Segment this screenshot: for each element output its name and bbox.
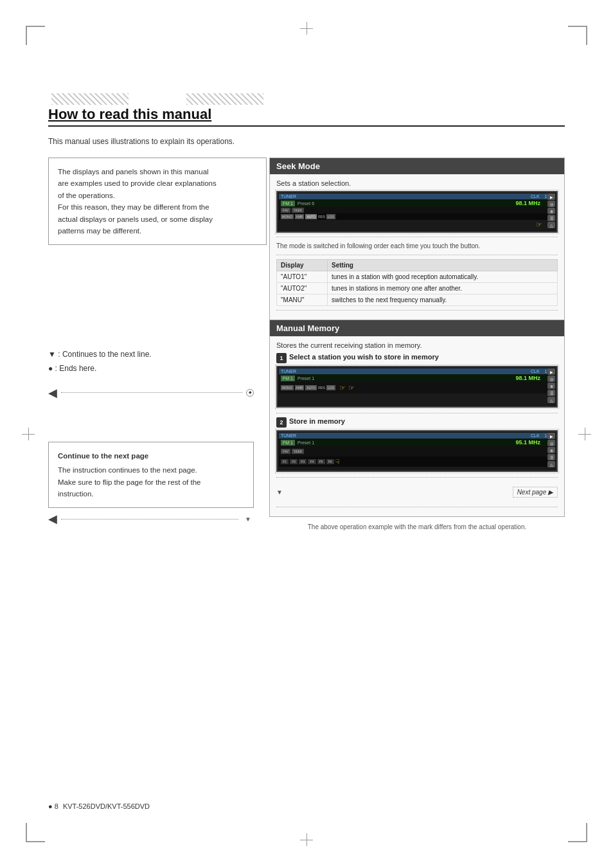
main-content: How to read this manual This manual uses… [48,106,565,530]
touch1-icon: ☞ [339,384,346,392]
page-number-area: ● 8 KVT-526DVD/KVT-556DVD [48,802,150,810]
s2-p6: P6 [326,459,334,464]
cross-left [22,428,35,440]
touch2-icon: ☞ [348,384,355,392]
icon-4: ☰ [547,215,555,221]
ctrl-btn-fav: FAV [281,208,290,213]
ctrl-btn-seek: SEEK [292,208,304,213]
s1-icon-5: △ [547,397,555,403]
next-page-row: ▼ Next page ▶ [276,482,558,503]
s1-auto: AUTO [305,385,317,390]
table-header-display: Display [277,260,328,271]
cross-right [578,428,591,440]
crop-mark-tl [26,26,45,45]
step1-freq-row: FM 1 Preset 1 98.1 MHz [279,374,555,382]
ctrl-mono: MONO [281,214,294,219]
s2-icon-3: ⊕ [547,447,555,453]
bullet-1-text: ▼ : Continues to the next line. [48,348,152,362]
right-column: Seek Mode Sets a station selection. TUNE… [269,158,565,530]
ctrl-los: LOS [326,214,335,219]
step2-seek: SEEK [292,449,304,454]
ctrl-amb: AMB [295,214,305,219]
s1-icon-1: ▶ [547,368,555,375]
step2-fav: FAV [281,449,290,454]
crop-mark-tr [568,26,587,45]
step2-tuner-label: TUNER [281,433,296,438]
side-icons-seek: ▶ ◎ ⊕ ☰ △ [547,194,555,228]
s1-icon-2: ◎ [547,375,555,382]
manual-memory-body: Stores the current receiving station in … [270,336,564,516]
continue-box: Continue to the next page The instructio… [48,442,254,509]
s2-p1: P1 [281,459,289,464]
icon-1: ▶ [547,194,555,200]
step1-preset: Preset 1 [298,376,314,381]
table-cell-auto2-desc: tunes in stations in memory one after an… [328,283,558,294]
step1-side-icons: ▶ ◎ ⊕ ☰ △ [547,368,555,403]
bottom-note: The above operation example with the mar… [269,523,565,530]
step1-band: FM 1 [281,375,295,381]
down-arrow-indicator: ▼ [242,514,254,524]
switched-text: The mode is switched in following order … [276,241,558,251]
separator-5 [276,477,558,478]
step2-screen-container: TUNER CLK 1:21 FM 1 Preset 1 95.1 MHz [276,430,558,472]
s1-rds: RDS [318,386,325,390]
connector-circle: ◆ [246,389,254,397]
s2-icon-1: ▶ [547,433,555,439]
instruction-panel: Seek Mode Sets a station selection. TUNE… [269,158,565,517]
page-circle-icon: ● [48,802,53,810]
step1-tuner-label: TUNER [281,369,296,374]
seek-screen-container: TUNER CLK 1:21 FM 1 Preset 6 98.1 MHz [276,191,558,233]
step1-screen: TUNER CLK 1:21 FM 1 Preset 1 98.1 MHz [276,366,558,408]
info-line2: are examples used to provide clear expla… [58,179,217,187]
continue-left-arrow-icon: ◀ [48,512,57,526]
s2-p2: P2 [290,459,298,464]
step2-freq: 95.1 MHz [515,439,540,446]
table-cell-auto1-desc: tunes in a station with good reception a… [328,271,558,283]
s2-p4: P4 [308,459,315,464]
step2-side-icons: ▶ ◎ ⊕ ☰ △ [547,433,555,467]
separator-4 [276,413,558,413]
step1-controls: MONO AMB AUTO RDS LOS ☞ ☞ [279,382,555,393]
s2-icon-5: △ [547,461,555,467]
next-page-box: Next page ▶ [513,487,558,498]
s2-icon-4: ☰ [547,454,555,460]
manual-memory-desc: Stores the current receiving station in … [276,341,558,349]
step1-freq: 98.1 MHz [515,375,540,381]
continue-line2: Make sure to flip the page for the rest … [58,478,200,486]
s1-amb: AMB [295,385,305,390]
icon-3: ⊕ [547,208,555,214]
seek-mode-desc: Sets a station selection. [276,179,558,187]
ctrl-auto: AUTO [305,214,317,219]
crop-mark-br [568,823,587,842]
preset-label-seek: Preset 6 [298,201,314,206]
seek-screen: TUNER CLK 1:21 FM 1 Preset 6 98.1 MHz [276,191,558,233]
intro-text: This manual uses illustrations to explai… [48,136,565,147]
crop-mark-bl [26,823,45,842]
table-row: "AUTO2" tunes in stations in memory one … [277,283,558,294]
left-column: The displays and panels shown in this ma… [48,158,254,530]
info-line4: For this reason, they may be different f… [58,203,209,211]
manual-memory-header: Manual Memory [270,320,564,336]
s1-icon-3: ⊕ [547,383,555,389]
table-cell-auto2: "AUTO2" [277,283,328,294]
manual-memory-section: Manual Memory Stores the current receivi… [270,320,564,516]
bullet-2-text: ● : Ends here. [48,362,96,376]
continue-line3: instruction. [58,490,94,498]
step2-tuner-bar: TUNER CLK 1:21 [279,433,555,439]
step2-freq-row: FM 1 Preset 1 95.1 MHz [279,439,555,446]
step1-tuner-bar: TUNER CLK 1:21 [279,368,555,374]
band-display: FM 1 [281,201,295,206]
step1-text: Select a station you wish to store in me… [289,353,439,361]
s1-mono: MONO [281,385,294,390]
page-number: 8 [55,802,58,810]
s2-p3: P3 [299,459,306,464]
seek-controls: FAV SEEK [279,207,555,213]
tuner-bar: TUNER CLK 1:21 [279,194,555,199]
bullet-list: ▼ : Continues to the next line. ● : Ends… [48,348,254,403]
seek-mode-body: Sets a station selection. TUNER CLK 1:21 [270,174,564,320]
s1-los: LOS [326,385,335,390]
step2-controls-top: FAV SEEK [279,446,555,457]
icon-2: ◎ [547,201,555,207]
icon-5: △ [547,222,555,228]
step1-screen-container: TUNER CLK 1:21 FM 1 Preset 1 98.1 MHz [276,366,558,408]
